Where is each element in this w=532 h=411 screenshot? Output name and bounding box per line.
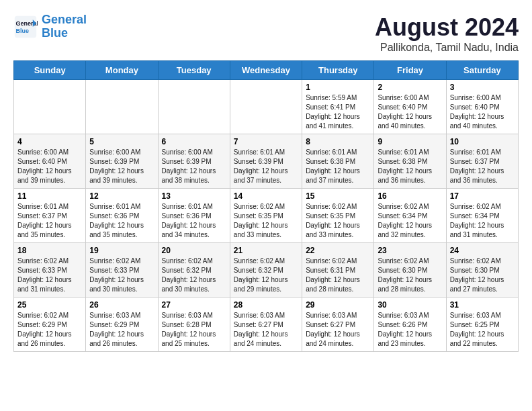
day-number: 30 [378,300,442,310]
day-info: Sunrise: 6:03 AM Sunset: 6:27 PM Dayligh… [234,311,298,349]
day-number: 20 [162,246,226,255]
day-info: Sunrise: 6:03 AM Sunset: 6:27 PM Dayligh… [306,311,370,349]
day-info: Sunrise: 6:02 AM Sunset: 6:29 PM Dayligh… [17,311,82,349]
weekday-header-saturday: Saturday [446,61,518,80]
day-info: Sunrise: 6:02 AM Sunset: 6:32 PM Dayligh… [234,257,298,294]
day-cell: 29Sunrise: 6:03 AM Sunset: 6:27 PM Dayli… [302,298,374,352]
weekday-header-thursday: Thursday [302,61,374,80]
weekday-header-sunday: Sunday [14,61,86,80]
day-number: 14 [234,191,298,201]
day-cell: 18Sunrise: 6:02 AM Sunset: 6:33 PM Dayli… [14,243,86,298]
week-row-2: 4Sunrise: 6:00 AM Sunset: 6:40 PM Daylig… [14,134,519,189]
subtitle: Pallikonda, Tamil Nadu, India [375,42,519,54]
day-info: Sunrise: 6:02 AM Sunset: 6:30 PM Dayligh… [450,257,515,294]
day-info: Sunrise: 6:03 AM Sunset: 6:26 PM Dayligh… [378,311,442,349]
week-row-5: 25Sunrise: 6:02 AM Sunset: 6:29 PM Dayli… [14,298,519,352]
title-block: August 2024 Pallikonda, Tamil Nadu, Indi… [375,13,519,54]
day-cell [86,80,158,134]
day-number: 22 [306,246,370,255]
day-number: 18 [17,246,82,255]
day-cell: 27Sunrise: 6:03 AM Sunset: 6:28 PM Dayli… [158,298,230,352]
day-number: 28 [234,300,298,310]
week-row-4: 18Sunrise: 6:02 AM Sunset: 6:33 PM Dayli… [14,243,519,298]
weekday-header-monday: Monday [86,61,158,80]
main-title: August 2024 [375,13,519,42]
day-cell: 4Sunrise: 6:00 AM Sunset: 6:40 PM Daylig… [14,134,86,189]
day-info: Sunrise: 6:02 AM Sunset: 6:31 PM Dayligh… [306,257,370,294]
day-info: Sunrise: 6:02 AM Sunset: 6:33 PM Dayligh… [17,257,82,294]
logo-text: GeneralBlue [42,13,87,40]
day-cell: 12Sunrise: 6:01 AM Sunset: 6:36 PM Dayli… [86,189,158,243]
day-cell: 25Sunrise: 6:02 AM Sunset: 6:29 PM Dayli… [14,298,86,352]
day-number: 31 [450,300,515,310]
week-row-1: 1Sunrise: 5:59 AM Sunset: 6:41 PM Daylig… [14,80,519,134]
day-info: Sunrise: 6:02 AM Sunset: 6:35 PM Dayligh… [306,202,370,240]
day-cell: 21Sunrise: 6:02 AM Sunset: 6:32 PM Dayli… [230,243,302,298]
day-number: 1 [306,83,370,92]
day-cell [14,80,86,134]
day-info: Sunrise: 6:01 AM Sunset: 6:37 PM Dayligh… [450,148,515,185]
week-row-3: 11Sunrise: 6:01 AM Sunset: 6:37 PM Dayli… [14,189,519,243]
day-number: 11 [17,191,82,201]
day-cell: 14Sunrise: 6:02 AM Sunset: 6:35 PM Dayli… [230,189,302,243]
day-cell: 11Sunrise: 6:01 AM Sunset: 6:37 PM Dayli… [14,189,86,243]
day-number: 9 [378,137,442,146]
day-cell [230,80,302,134]
day-info: Sunrise: 6:03 AM Sunset: 6:29 PM Dayligh… [89,311,154,349]
day-info: Sunrise: 6:01 AM Sunset: 6:37 PM Dayligh… [17,202,82,240]
calendar-table: SundayMondayTuesdayWednesdayThursdayFrid… [13,60,519,352]
day-cell: 1Sunrise: 5:59 AM Sunset: 6:41 PM Daylig… [302,80,374,134]
day-number: 15 [306,191,370,201]
day-cell: 23Sunrise: 6:02 AM Sunset: 6:30 PM Dayli… [374,243,446,298]
day-info: Sunrise: 6:02 AM Sunset: 6:33 PM Dayligh… [89,257,154,294]
logo: General Blue GeneralBlue [13,13,87,40]
day-info: Sunrise: 6:00 AM Sunset: 6:40 PM Dayligh… [378,93,442,131]
day-cell: 6Sunrise: 6:00 AM Sunset: 6:39 PM Daylig… [158,134,230,189]
day-cell: 9Sunrise: 6:01 AM Sunset: 6:38 PM Daylig… [374,134,446,189]
weekday-header-row: SundayMondayTuesdayWednesdayThursdayFrid… [14,61,519,80]
day-cell: 2Sunrise: 6:00 AM Sunset: 6:40 PM Daylig… [374,80,446,134]
day-info: Sunrise: 6:00 AM Sunset: 6:40 PM Dayligh… [450,93,515,131]
day-cell: 5Sunrise: 6:00 AM Sunset: 6:39 PM Daylig… [86,134,158,189]
day-number: 21 [234,246,298,255]
day-number: 7 [234,137,298,146]
day-number: 24 [450,246,515,255]
day-cell: 8Sunrise: 6:01 AM Sunset: 6:38 PM Daylig… [302,134,374,189]
day-number: 25 [17,300,82,310]
day-number: 4 [17,137,82,146]
weekday-header-wednesday: Wednesday [230,61,302,80]
day-number: 5 [89,137,154,146]
day-number: 26 [89,300,154,310]
day-cell: 20Sunrise: 6:02 AM Sunset: 6:32 PM Dayli… [158,243,230,298]
day-cell: 10Sunrise: 6:01 AM Sunset: 6:37 PM Dayli… [446,134,518,189]
day-cell: 17Sunrise: 6:02 AM Sunset: 6:34 PM Dayli… [446,189,518,243]
day-info: Sunrise: 5:59 AM Sunset: 6:41 PM Dayligh… [306,93,370,131]
day-number: 16 [378,191,442,201]
weekday-header-friday: Friday [374,61,446,80]
weekday-header-tuesday: Tuesday [158,61,230,80]
day-cell: 28Sunrise: 6:03 AM Sunset: 6:27 PM Dayli… [230,298,302,352]
day-number: 3 [450,83,515,92]
day-number: 8 [306,137,370,146]
day-number: 10 [450,137,515,146]
day-info: Sunrise: 6:01 AM Sunset: 6:36 PM Dayligh… [89,202,154,240]
day-info: Sunrise: 6:03 AM Sunset: 6:25 PM Dayligh… [450,311,515,349]
day-cell: 13Sunrise: 6:01 AM Sunset: 6:36 PM Dayli… [158,189,230,243]
day-info: Sunrise: 6:02 AM Sunset: 6:34 PM Dayligh… [378,202,442,240]
day-info: Sunrise: 6:00 AM Sunset: 6:40 PM Dayligh… [17,148,82,185]
svg-text:Blue: Blue [16,28,30,34]
day-info: Sunrise: 6:03 AM Sunset: 6:28 PM Dayligh… [162,311,226,349]
day-info: Sunrise: 6:01 AM Sunset: 6:38 PM Dayligh… [378,148,442,185]
day-info: Sunrise: 6:01 AM Sunset: 6:36 PM Dayligh… [162,202,226,240]
logo-icon: General Blue [13,15,38,39]
day-cell [158,80,230,134]
day-number: 27 [162,300,226,310]
day-cell: 26Sunrise: 6:03 AM Sunset: 6:29 PM Dayli… [86,298,158,352]
day-cell: 3Sunrise: 6:00 AM Sunset: 6:40 PM Daylig… [446,80,518,134]
day-cell: 19Sunrise: 6:02 AM Sunset: 6:33 PM Dayli… [86,243,158,298]
day-info: Sunrise: 6:01 AM Sunset: 6:38 PM Dayligh… [306,148,370,185]
day-cell: 7Sunrise: 6:01 AM Sunset: 6:39 PM Daylig… [230,134,302,189]
day-info: Sunrise: 6:01 AM Sunset: 6:39 PM Dayligh… [234,148,298,185]
day-number: 19 [89,246,154,255]
day-info: Sunrise: 6:02 AM Sunset: 6:32 PM Dayligh… [162,257,226,294]
